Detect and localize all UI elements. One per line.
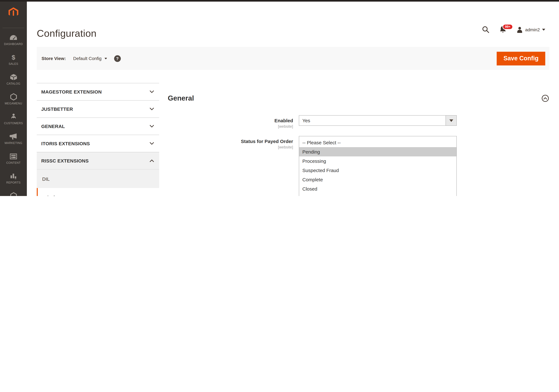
sidebar-menu: DASHBOARD$SALESCATALOGMEGAMENUCUSTOMERSM… [0,30,27,196]
chevron-up-icon [149,159,154,162]
sidebar-item-label: CATALOG [6,82,21,86]
nav-section-label: MAGESTORE EXTENSION [41,89,102,95]
sidebar-item-label: SALES [8,62,19,66]
form-row-status-for-payed-order: Status for Payed Order[website]-- Please… [168,136,550,196]
sidebar-item-label: MARKETING [4,142,23,145]
sales-icon: $ [12,54,15,61]
store-view-label: Store View: [42,56,66,61]
main-area: Configuration 99+ [27,0,559,196]
option-complete[interactable]: Complete [299,175,457,184]
select-arrow-icon [446,116,457,125]
content-icon [10,152,17,160]
page-header: Configuration 99+ [37,2,550,47]
option-processing[interactable]: Processing [299,156,457,166]
chevron-down-icon [149,125,154,128]
nav-section-label: GENERAL [41,124,65,129]
nav-section-header-itoris-extensions[interactable]: ITORIS EXTENSIONS [37,135,159,152]
select-value: Yes [302,118,310,123]
header-actions: 99+ admin2 [482,26,545,33]
option-canceled[interactable]: Canceled [299,193,457,196]
snm-portal-icon [10,192,17,196]
chevron-down-icon [104,58,107,59]
option-pending[interactable]: Pending [299,147,457,156]
sidebar-item-content[interactable]: CONTENT [0,149,27,169]
option-suspected-fraud[interactable]: Suspected Fraud [299,166,457,175]
nav-section-magestore-extension: MAGESTORE EXTENSION [37,83,159,100]
nav-section-general: GENERAL [37,117,159,135]
field-label: Enabled [168,117,293,124]
option-closed[interactable]: Closed [299,184,457,193]
notification-count-badge: 99+ [503,24,513,30]
chevron-down-icon [149,107,154,110]
nav-section-header-rissc-extensions[interactable]: RISSC EXTENSIONS [37,152,159,169]
nav-section-label: RISSC EXTENSIONS [41,158,89,163]
search-icon[interactable] [482,26,489,33]
nav-section-justbetter: JUSTBETTER [37,100,159,117]
form-row-enabled: Enabled[website]Yes [168,115,550,129]
reports-icon [10,172,17,180]
chevron-down-icon [542,28,545,30]
sidebar-item-catalog[interactable]: CATALOG [0,70,27,89]
sidebar-item-label: CUSTOMERS [3,122,23,125]
notifications-bell-icon[interactable]: 99+ [500,26,506,33]
sidebar-divider [3,28,24,28]
chevron-down-icon [149,90,154,93]
store-view-toolbar: Store View: Default Config ? Save Config [37,47,550,70]
sidebar-item-label: CONTENT [6,161,21,165]
nav-section-items: DILPrintformerIFrame Header MenuMailQuan… [37,169,159,196]
nav-item-dil[interactable]: DIL [37,169,159,188]
sidebar-item-reports[interactable]: REPORTS [0,169,27,188]
page-title: Configuration [37,28,96,39]
sidebar-item-label: MEGAMENU [4,102,23,106]
save-config-button[interactable]: Save Config [497,52,545,65]
nav-section-rissc-extensions: RISSC EXTENSIONSDILPrintformerIFrame Hea… [37,152,159,196]
customers-icon [11,113,16,121]
content-row: MAGESTORE EXTENSIONJUSTBETTERGENERALITOR… [37,83,550,196]
admin-user-menu[interactable]: admin2 [516,26,545,33]
section-header: General [168,94,550,102]
store-view-value: Default Config [73,56,102,61]
field-label: Status for Payed Order [168,138,293,144]
field-scope: [website] [168,145,293,149]
chevron-down-icon [149,142,154,145]
nav-section-itoris-extensions: ITORIS EXTENSIONS [37,135,159,152]
nav-section-label: JUSTBETTER [41,106,73,112]
sidebar-item-label: REPORTS [6,181,21,185]
nav-item-printformer[interactable]: Printformer [37,188,159,196]
config-form: Enabled[website]YesStatus for Payed Orde… [168,115,550,196]
section-title: General [168,94,194,102]
admin-sidebar: DASHBOARD$SALESCATALOGMEGAMENUCUSTOMERSM… [0,0,27,196]
nav-section-label: ITORIS EXTENSIONS [41,141,90,146]
help-icon[interactable]: ? [114,55,121,62]
sidebar-item-snm-portal[interactable]: SNM-PORTAL [0,188,27,196]
sidebar-item-marketing[interactable]: MARKETING [0,129,27,149]
triangle-down-icon [449,119,453,122]
field-label-wrap: Enabled[website] [168,115,293,129]
sidebar-item-customers[interactable]: CUSTOMERS [0,109,27,129]
nav-section-header-justbetter[interactable]: JUSTBETTER [37,100,159,117]
sidebar-item-dashboard[interactable]: DASHBOARD [0,30,27,50]
admin-username: admin2 [525,27,540,32]
store-view-switcher[interactable]: Default Config [73,56,107,61]
nav-section-header-general[interactable]: GENERAL [37,117,159,135]
enabled-select[interactable]: Yes [299,115,457,126]
field-label-wrap: Status for Payed Order[website] [168,136,293,196]
collapse-section-button[interactable] [542,95,549,102]
magento-admin-configuration-page: DASHBOARD$SALESCATALOGMEGAMENUCUSTOMERSM… [0,0,559,196]
magento-logo-icon[interactable] [8,7,19,19]
top-strip [0,0,559,2]
config-panel: General Enabled[website]YesStatus for Pa… [159,83,550,196]
megamenu-icon [10,93,17,101]
dashboard-icon [10,34,17,42]
field-control-wrap: Yes [299,115,457,129]
field-scope: [website] [168,124,293,129]
nav-section-header-magestore-extension[interactable]: MAGESTORE EXTENSION [37,83,159,100]
sidebar-item-label: DASHBOARD [3,43,23,46]
sidebar-item-megamenu[interactable]: MEGAMENU [0,89,27,109]
catalog-icon [10,73,17,81]
user-avatar-icon [516,26,523,33]
config-section-nav: MAGESTORE EXTENSIONJUSTBETTERGENERALITOR… [37,83,159,196]
sidebar-item-sales[interactable]: $SALES [0,50,27,70]
option-please-select[interactable]: -- Please Select -- [299,138,457,147]
status-for-payed-order-listbox[interactable]: -- Please Select --PendingProcessingSusp… [299,136,457,196]
